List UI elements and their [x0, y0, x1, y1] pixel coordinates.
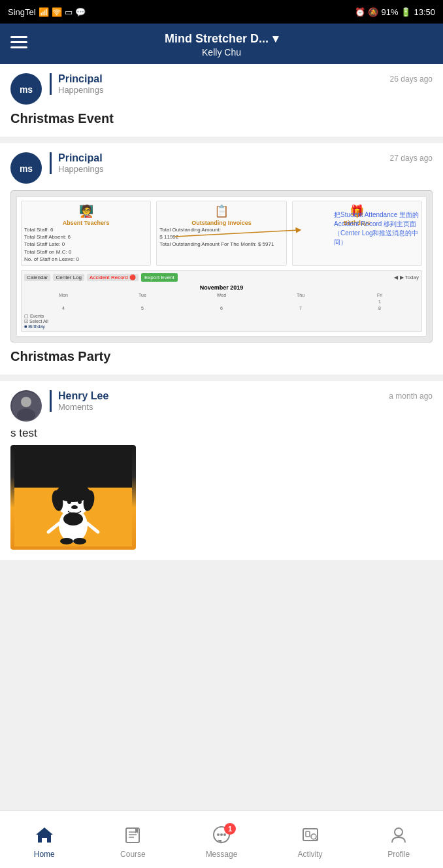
- nav-course-label: Course: [120, 850, 146, 859]
- nav-message-label: Message: [206, 850, 238, 859]
- signal-icon: 📶: [39, 7, 49, 17]
- svg-point-35: [223, 833, 226, 836]
- calendar-cell: [103, 299, 182, 305]
- post-time: a month ago: [389, 390, 433, 401]
- screenshot-calendar: Calendar Center Log Accident Record 🔴 Ex…: [21, 270, 422, 332]
- calendar-cell: 5: [103, 305, 182, 311]
- calendar-grid: Mon Tue Wed Thu Fri 1 4 5 6 7: [24, 292, 419, 311]
- svg-point-25: [73, 538, 86, 544]
- hamburger-menu-icon[interactable]: [10, 36, 27, 52]
- dropdown-icon[interactable]: ▾: [272, 31, 278, 46]
- post-header: Henry Lee Moments a month ago: [10, 390, 433, 422]
- calendar-month: November 2019: [24, 284, 419, 291]
- home-icon: [35, 826, 54, 847]
- bottom-navigation: Home Course 1 Message: [0, 810, 443, 868]
- calendar-cell: 8: [340, 305, 419, 311]
- svg-point-19: [78, 500, 82, 504]
- character-svg: [14, 448, 132, 546]
- app-header: Mind Stretcher D... ▾ Kelly Chu: [0, 24, 443, 64]
- nav-activity[interactable]: Activity: [266, 811, 355, 868]
- mute-icon: 🔕: [368, 7, 378, 17]
- calendar-cell: [24, 299, 103, 305]
- calendar-cell: [261, 299, 340, 305]
- nav-home-label: Home: [34, 850, 55, 859]
- post-category: Happenings: [58, 85, 390, 95]
- post-time: 27 days ago: [390, 152, 433, 163]
- profile-icon: [389, 826, 408, 847]
- nav-profile-label: Profile: [387, 850, 410, 859]
- export-event-button[interactable]: Export Event: [141, 273, 178, 282]
- svg-point-20: [71, 505, 78, 509]
- alarm-icon: ⏰: [355, 7, 365, 17]
- annotation-text: 把Student Attendance 里面的 Accident Record …: [334, 210, 425, 247]
- post-meta: Principal Happenings: [50, 73, 390, 95]
- svg-rect-1: [10, 41, 27, 43]
- avatar-image: [10, 390, 42, 422]
- status-left: SingTel 📶 🛜 ▭ 💬: [8, 7, 86, 17]
- post-meta: Henry Lee Moments: [50, 390, 389, 412]
- message-icon: 1: [212, 826, 231, 847]
- calendar-day-header: Fri: [340, 292, 419, 298]
- nav-profile[interactable]: Profile: [354, 811, 443, 868]
- calendar-day-header: Tue: [103, 292, 182, 298]
- calendar-cell: [182, 299, 261, 305]
- course-icon: [123, 826, 142, 847]
- calendar-cell: 7: [261, 305, 340, 311]
- battery-icon: 🔋: [401, 7, 411, 17]
- calendar-cell: 4: [24, 305, 103, 311]
- message-badge: 1: [224, 823, 236, 835]
- nav-activity-label: Activity: [298, 850, 323, 859]
- svg-rect-2: [10, 46, 27, 48]
- nav-course[interactable]: Course: [89, 811, 178, 868]
- centerlog-tab: Center Log: [53, 274, 84, 281]
- post-header: ms Principal Happenings 26 days ago: [10, 73, 433, 105]
- calendar-day-header: Wed: [182, 292, 261, 298]
- calendar-day-header: Mon: [24, 292, 103, 298]
- svg-rect-0: [10, 36, 27, 38]
- avatar: ms: [10, 73, 42, 105]
- svg-text:ms: ms: [20, 84, 33, 95]
- sim-icon: ▭: [65, 7, 73, 17]
- post-screenshot: 🧑‍🏫 Absent Teachers Total Staff: 6 Total…: [10, 190, 433, 342]
- post-author: Henry Lee: [58, 390, 389, 402]
- post-author: Principal: [58, 73, 390, 85]
- nav-message[interactable]: 1 Message: [177, 811, 266, 868]
- post-card: ms Principal Happenings 27 days ago 🧑‍🏫 …: [0, 143, 443, 375]
- post-author: Principal: [58, 152, 390, 164]
- calendar-tab: Calendar: [24, 274, 50, 281]
- post-time: 26 days ago: [390, 73, 433, 84]
- post-header: ms Principal Happenings 27 days ago: [10, 152, 433, 184]
- post-meta: Principal Happenings: [50, 152, 390, 174]
- svg-point-24: [60, 538, 73, 544]
- post-card: Henry Lee Moments a month ago s test: [0, 381, 443, 560]
- school-name: Mind Stretcher D...: [165, 32, 269, 46]
- time-label: 13:50: [414, 7, 435, 17]
- svg-point-18: [67, 500, 71, 504]
- carrier-label: SingTel: [8, 7, 36, 17]
- post-category: Moments: [58, 402, 389, 412]
- annotation-arrow: [174, 224, 305, 250]
- svg-point-38: [311, 834, 316, 839]
- user-name: Kelly Chu: [0, 47, 443, 58]
- svg-marker-31: [135, 828, 138, 833]
- post-category: Happenings: [58, 164, 390, 174]
- calendar-header: Calendar Center Log Accident Record 🔴 Ex…: [24, 273, 419, 282]
- calendar-cell: 6: [182, 305, 261, 311]
- post-image: [10, 445, 136, 550]
- post-card: ms Principal Happenings 26 days ago Chri…: [0, 64, 443, 137]
- svg-point-9: [21, 397, 31, 407]
- svg-rect-11: [14, 448, 132, 488]
- calendar-day-header: Thu: [261, 292, 340, 298]
- avatar: [10, 390, 42, 422]
- svg-point-34: [220, 833, 223, 836]
- svg-point-21: [63, 512, 83, 526]
- wifi-icon: 🛜: [52, 7, 62, 17]
- post-content: s test: [10, 427, 433, 440]
- activity-icon: [301, 826, 320, 847]
- nav-home[interactable]: Home: [0, 811, 89, 868]
- battery-label: 91%: [381, 7, 398, 17]
- header-title-row[interactable]: Mind Stretcher D... ▾: [0, 31, 443, 46]
- calendar-cell: 1: [340, 299, 419, 305]
- svg-point-40: [395, 828, 402, 836]
- svg-text:ms: ms: [20, 163, 33, 174]
